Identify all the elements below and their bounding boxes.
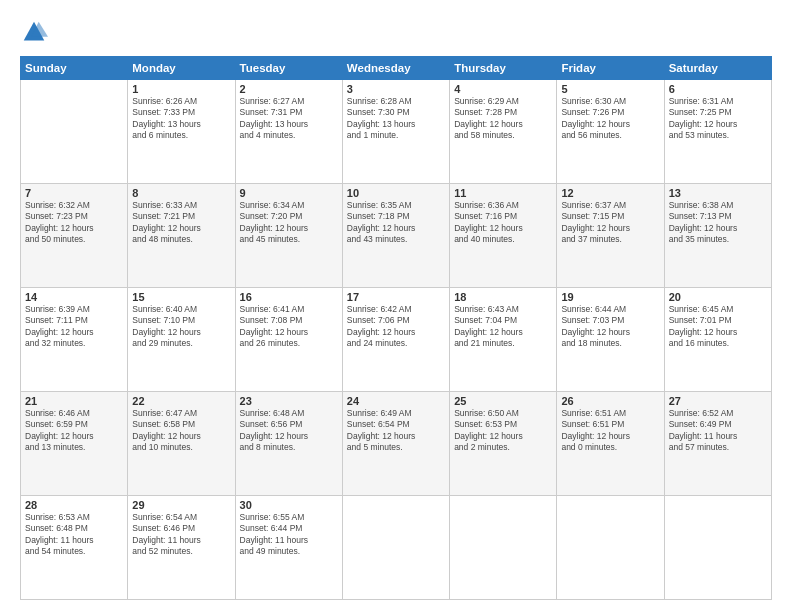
day-number: 26 — [561, 395, 659, 407]
calendar-cell: 17Sunrise: 6:42 AM Sunset: 7:06 PM Dayli… — [342, 288, 449, 392]
day-header-saturday: Saturday — [664, 57, 771, 80]
calendar-cell: 10Sunrise: 6:35 AM Sunset: 7:18 PM Dayli… — [342, 184, 449, 288]
day-number: 20 — [669, 291, 767, 303]
day-info: Sunrise: 6:36 AM Sunset: 7:16 PM Dayligh… — [454, 200, 552, 246]
day-number: 23 — [240, 395, 338, 407]
calendar-cell: 7Sunrise: 6:32 AM Sunset: 7:23 PM Daylig… — [21, 184, 128, 288]
calendar-cell: 22Sunrise: 6:47 AM Sunset: 6:58 PM Dayli… — [128, 392, 235, 496]
day-number: 9 — [240, 187, 338, 199]
day-info: Sunrise: 6:38 AM Sunset: 7:13 PM Dayligh… — [669, 200, 767, 246]
day-number: 6 — [669, 83, 767, 95]
day-info: Sunrise: 6:53 AM Sunset: 6:48 PM Dayligh… — [25, 512, 123, 558]
day-info: Sunrise: 6:32 AM Sunset: 7:23 PM Dayligh… — [25, 200, 123, 246]
day-number: 30 — [240, 499, 338, 511]
day-number: 28 — [25, 499, 123, 511]
day-number: 18 — [454, 291, 552, 303]
day-number: 22 — [132, 395, 230, 407]
week-row-2: 7Sunrise: 6:32 AM Sunset: 7:23 PM Daylig… — [21, 184, 772, 288]
day-info: Sunrise: 6:31 AM Sunset: 7:25 PM Dayligh… — [669, 96, 767, 142]
day-number: 24 — [347, 395, 445, 407]
header — [20, 18, 772, 46]
day-info: Sunrise: 6:49 AM Sunset: 6:54 PM Dayligh… — [347, 408, 445, 454]
calendar-cell: 9Sunrise: 6:34 AM Sunset: 7:20 PM Daylig… — [235, 184, 342, 288]
calendar-cell: 1Sunrise: 6:26 AM Sunset: 7:33 PM Daylig… — [128, 80, 235, 184]
day-number: 7 — [25, 187, 123, 199]
day-info: Sunrise: 6:33 AM Sunset: 7:21 PM Dayligh… — [132, 200, 230, 246]
day-number: 27 — [669, 395, 767, 407]
week-row-5: 28Sunrise: 6:53 AM Sunset: 6:48 PM Dayli… — [21, 496, 772, 600]
week-row-4: 21Sunrise: 6:46 AM Sunset: 6:59 PM Dayli… — [21, 392, 772, 496]
calendar-cell: 11Sunrise: 6:36 AM Sunset: 7:16 PM Dayli… — [450, 184, 557, 288]
day-info: Sunrise: 6:43 AM Sunset: 7:04 PM Dayligh… — [454, 304, 552, 350]
logo — [20, 18, 52, 46]
day-info: Sunrise: 6:34 AM Sunset: 7:20 PM Dayligh… — [240, 200, 338, 246]
day-number: 13 — [669, 187, 767, 199]
day-header-wednesday: Wednesday — [342, 57, 449, 80]
day-header-thursday: Thursday — [450, 57, 557, 80]
calendar-cell: 13Sunrise: 6:38 AM Sunset: 7:13 PM Dayli… — [664, 184, 771, 288]
day-info: Sunrise: 6:42 AM Sunset: 7:06 PM Dayligh… — [347, 304, 445, 350]
day-info: Sunrise: 6:41 AM Sunset: 7:08 PM Dayligh… — [240, 304, 338, 350]
calendar-cell: 23Sunrise: 6:48 AM Sunset: 6:56 PM Dayli… — [235, 392, 342, 496]
calendar-cell: 19Sunrise: 6:44 AM Sunset: 7:03 PM Dayli… — [557, 288, 664, 392]
day-info: Sunrise: 6:54 AM Sunset: 6:46 PM Dayligh… — [132, 512, 230, 558]
day-info: Sunrise: 6:47 AM Sunset: 6:58 PM Dayligh… — [132, 408, 230, 454]
day-number: 12 — [561, 187, 659, 199]
calendar-cell: 16Sunrise: 6:41 AM Sunset: 7:08 PM Dayli… — [235, 288, 342, 392]
calendar-cell — [21, 80, 128, 184]
calendar-cell: 6Sunrise: 6:31 AM Sunset: 7:25 PM Daylig… — [664, 80, 771, 184]
day-info: Sunrise: 6:46 AM Sunset: 6:59 PM Dayligh… — [25, 408, 123, 454]
calendar-header-row: SundayMondayTuesdayWednesdayThursdayFrid… — [21, 57, 772, 80]
calendar-cell: 5Sunrise: 6:30 AM Sunset: 7:26 PM Daylig… — [557, 80, 664, 184]
day-number: 29 — [132, 499, 230, 511]
calendar-cell — [664, 496, 771, 600]
calendar-cell: 30Sunrise: 6:55 AM Sunset: 6:44 PM Dayli… — [235, 496, 342, 600]
calendar-cell: 12Sunrise: 6:37 AM Sunset: 7:15 PM Dayli… — [557, 184, 664, 288]
calendar-cell: 26Sunrise: 6:51 AM Sunset: 6:51 PM Dayli… — [557, 392, 664, 496]
day-header-tuesday: Tuesday — [235, 57, 342, 80]
day-number: 15 — [132, 291, 230, 303]
calendar-body: 1Sunrise: 6:26 AM Sunset: 7:33 PM Daylig… — [21, 80, 772, 600]
day-info: Sunrise: 6:26 AM Sunset: 7:33 PM Dayligh… — [132, 96, 230, 142]
day-info: Sunrise: 6:40 AM Sunset: 7:10 PM Dayligh… — [132, 304, 230, 350]
day-info: Sunrise: 6:45 AM Sunset: 7:01 PM Dayligh… — [669, 304, 767, 350]
calendar-cell: 25Sunrise: 6:50 AM Sunset: 6:53 PM Dayli… — [450, 392, 557, 496]
day-info: Sunrise: 6:51 AM Sunset: 6:51 PM Dayligh… — [561, 408, 659, 454]
day-number: 14 — [25, 291, 123, 303]
day-number: 17 — [347, 291, 445, 303]
calendar-cell: 27Sunrise: 6:52 AM Sunset: 6:49 PM Dayli… — [664, 392, 771, 496]
day-info: Sunrise: 6:44 AM Sunset: 7:03 PM Dayligh… — [561, 304, 659, 350]
page: SundayMondayTuesdayWednesdayThursdayFrid… — [0, 0, 792, 612]
day-number: 10 — [347, 187, 445, 199]
logo-icon — [20, 18, 48, 46]
day-number: 5 — [561, 83, 659, 95]
week-row-1: 1Sunrise: 6:26 AM Sunset: 7:33 PM Daylig… — [21, 80, 772, 184]
calendar-cell: 8Sunrise: 6:33 AM Sunset: 7:21 PM Daylig… — [128, 184, 235, 288]
calendar-cell: 29Sunrise: 6:54 AM Sunset: 6:46 PM Dayli… — [128, 496, 235, 600]
calendar: SundayMondayTuesdayWednesdayThursdayFrid… — [20, 56, 772, 600]
day-number: 1 — [132, 83, 230, 95]
calendar-cell — [342, 496, 449, 600]
day-info: Sunrise: 6:39 AM Sunset: 7:11 PM Dayligh… — [25, 304, 123, 350]
day-info: Sunrise: 6:27 AM Sunset: 7:31 PM Dayligh… — [240, 96, 338, 142]
week-row-3: 14Sunrise: 6:39 AM Sunset: 7:11 PM Dayli… — [21, 288, 772, 392]
day-number: 21 — [25, 395, 123, 407]
calendar-cell — [450, 496, 557, 600]
day-number: 4 — [454, 83, 552, 95]
calendar-cell: 24Sunrise: 6:49 AM Sunset: 6:54 PM Dayli… — [342, 392, 449, 496]
day-number: 2 — [240, 83, 338, 95]
calendar-cell: 4Sunrise: 6:29 AM Sunset: 7:28 PM Daylig… — [450, 80, 557, 184]
day-number: 3 — [347, 83, 445, 95]
calendar-cell: 15Sunrise: 6:40 AM Sunset: 7:10 PM Dayli… — [128, 288, 235, 392]
calendar-cell: 18Sunrise: 6:43 AM Sunset: 7:04 PM Dayli… — [450, 288, 557, 392]
day-info: Sunrise: 6:48 AM Sunset: 6:56 PM Dayligh… — [240, 408, 338, 454]
day-header-sunday: Sunday — [21, 57, 128, 80]
calendar-cell: 21Sunrise: 6:46 AM Sunset: 6:59 PM Dayli… — [21, 392, 128, 496]
day-header-monday: Monday — [128, 57, 235, 80]
calendar-cell: 3Sunrise: 6:28 AM Sunset: 7:30 PM Daylig… — [342, 80, 449, 184]
day-info: Sunrise: 6:52 AM Sunset: 6:49 PM Dayligh… — [669, 408, 767, 454]
calendar-cell: 20Sunrise: 6:45 AM Sunset: 7:01 PM Dayli… — [664, 288, 771, 392]
day-info: Sunrise: 6:55 AM Sunset: 6:44 PM Dayligh… — [240, 512, 338, 558]
day-number: 19 — [561, 291, 659, 303]
calendar-cell: 28Sunrise: 6:53 AM Sunset: 6:48 PM Dayli… — [21, 496, 128, 600]
